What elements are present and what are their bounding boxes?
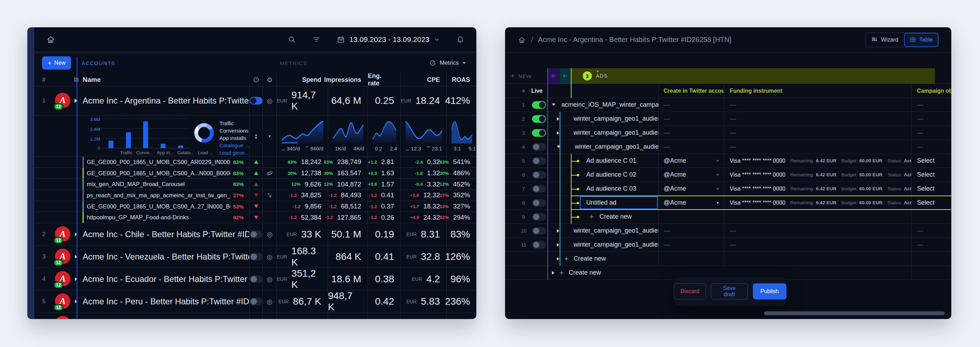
expand-button[interactable] <box>70 268 83 290</box>
campaign-row[interactable]: GE_GE000_P00_1865_U_MOB_CS00_A..27_IN000… <box>34 201 476 212</box>
objective-select[interactable]: Select <box>911 196 951 209</box>
live-toggle[interactable] <box>531 140 547 154</box>
home-icon[interactable] <box>518 36 526 44</box>
target-icon[interactable]: ◎ <box>262 86 277 115</box>
home-icon[interactable] <box>46 35 55 44</box>
live-toggle[interactable] <box>249 246 262 268</box>
account-row[interactable]: 5 A12 Acme Inc - Peru - Better Habits P:… <box>34 290 476 312</box>
account-name[interactable]: Acme Inc - Peru - Better Habits P:Twitte… <box>83 290 249 313</box>
campaign-row[interactable]: GE_GE000_P00_1865_U_MOB_CS00_AR0229_IN00… <box>34 156 476 168</box>
expand-button[interactable] <box>557 229 559 233</box>
expand-button[interactable] <box>70 86 83 115</box>
twitter-account-select[interactable]: @Acme▾ <box>659 196 724 209</box>
live-toggle[interactable] <box>531 126 547 139</box>
account-name[interactable]: Acme Inc - Venezuela - Better Habits P:T… <box>83 246 249 268</box>
campaign-row[interactable]: 1 acmeinc_iOS_MAP_winter_campaign — — — <box>505 98 951 112</box>
sort-control[interactable]: ▴▾ <box>249 116 262 156</box>
collapse-left-icon[interactable] <box>560 68 571 84</box>
target-icon[interactable]: ◎ <box>262 223 277 245</box>
campaign-name[interactable]: acmeinc_iOS_MAP_winter_campaign <box>562 101 659 108</box>
ad-row-selected[interactable]: 8 Untitled ad @Acme▾ Visa **** **** ****… <box>505 196 951 210</box>
funding-instrument-select[interactable]: Visa **** **** **** 0000 Remaining:6.42 … <box>724 154 911 168</box>
live-toggle[interactable] <box>531 182 547 195</box>
horizontal-scrollbar[interactable] <box>764 311 945 315</box>
create-new-adgroup-row[interactable]: +Create new <box>505 252 951 266</box>
gauge-icon[interactable] <box>249 73 262 87</box>
table-view-button[interactable]: Table <box>904 33 939 47</box>
ad-name[interactable]: Ad audience C 02 <box>586 171 636 178</box>
ad-name[interactable]: Ad audience C 01 <box>586 157 636 165</box>
filter-icon[interactable] <box>312 35 321 44</box>
adgroup-name[interactable]: winter_campaign_geo1_audience_C <box>575 143 659 151</box>
objective-select[interactable]: Select <box>911 154 951 168</box>
live-toggle[interactable] <box>249 223 262 245</box>
funding-instrument-select[interactable]: Visa **** **** **** 0000 Remaining:6.42 … <box>724 196 911 209</box>
account-row[interactable]: 4 A12 Acme Inc - Ecuador - Better Habits… <box>34 268 476 290</box>
col-impressions[interactable]: Impressions <box>328 73 368 87</box>
adgroup-row[interactable]: 4 winter_campaign_geo1_audience_C — — — <box>505 140 951 154</box>
col-spend[interactable]: Spend <box>277 73 328 87</box>
funding-instrument-select[interactable]: Visa **** **** **** 0000 Remaining:6.42 … <box>724 168 911 182</box>
live-toggle[interactable] <box>249 290 262 313</box>
campaign-row[interactable]: mix_gen_AND_MAP_Broad_Carousel83% 12%9,6… <box>34 178 476 190</box>
search-icon[interactable] <box>288 35 296 44</box>
live-toggle[interactable] <box>531 224 547 238</box>
campaign-name[interactable]: GE_GE000_P00_1865_U_MOB_CS00_A...N000_B0… <box>87 170 230 177</box>
campaign-row[interactable]: ps_reach_and_mix_ma_app_acmeinc_ar_inst_… <box>34 190 476 201</box>
live-toggle[interactable] <box>531 196 547 209</box>
new-button[interactable]: +New <box>42 56 71 70</box>
campaign-row[interactable]: GE_GE000_P00_1865_U_MOB_CS00_A...N000_B0… <box>34 168 476 179</box>
twitter-account-select[interactable]: @Acme▾ <box>659 182 724 195</box>
adgroup-name[interactable]: winter_campaign_geo1_audience_E <box>574 241 659 248</box>
live-toggle[interactable] <box>531 168 547 182</box>
save-draft-button[interactable]: Save draft <box>711 283 748 299</box>
target-icon[interactable]: ◎ <box>262 268 277 290</box>
campaign-name[interactable]: ps_reach_and_mix_ma_app_acmeinc_ar_inst_… <box>87 192 230 199</box>
adgroup-row[interactable]: 10 winter_campaign_geo1_audience_D — — — <box>505 224 951 238</box>
twitter-account-select[interactable]: @Acme▾ <box>659 154 724 168</box>
collapse-to-start-icon[interactable] <box>547 68 560 84</box>
gear-icon[interactable]: ⚙ <box>262 73 277 87</box>
target-icon[interactable]: ◎ <box>262 246 277 268</box>
publish-button[interactable]: Publish <box>753 283 786 299</box>
collapse-chevron[interactable]: ▾ <box>262 116 277 156</box>
campaign-name[interactable]: GE_GE000_P00_1865_U_MOB_CS00_A..27_IN000… <box>87 203 230 210</box>
new-button-disabled[interactable]: +NEW <box>505 68 547 84</box>
live-toggle[interactable] <box>531 238 547 252</box>
live-toggle[interactable] <box>249 268 262 290</box>
live-toggle[interactable] <box>531 98 547 112</box>
expand-button[interactable] <box>70 223 83 245</box>
col-eng-rate[interactable]: Eng. rate <box>368 73 400 87</box>
expand-button[interactable] <box>70 290 83 313</box>
live-toggle[interactable] <box>531 112 547 125</box>
adgroup-name[interactable]: winter_campaign_geo1_audience_A <box>574 115 659 122</box>
ad-row[interactable]: 7 Ad audience C 03 @Acme▾ Visa **** ****… <box>505 182 951 196</box>
col-roas[interactable]: ROAS <box>446 73 476 87</box>
breadcrumb[interactable]: Acme Inc - Argentina - Better Habits P:T… <box>538 36 731 44</box>
ad-row[interactable]: 6 Ad audience C 02 @Acme▾ Visa **** ****… <box>505 168 951 182</box>
live-toggle[interactable] <box>249 86 262 115</box>
adgroup-row[interactable]: 11 winter_campaign_geo1_audience_E — — — <box>505 238 951 252</box>
collapse-button[interactable] <box>552 103 555 106</box>
expand-button[interactable] <box>557 117 559 121</box>
campaign-row[interactable]: httpoolmpu_GP_MAP_Food-and-Drinks92% -1.… <box>34 212 476 223</box>
expand-button[interactable] <box>557 243 559 247</box>
tree-icon[interactable] <box>70 73 83 87</box>
diagonal-arrow-icon[interactable] <box>262 190 277 201</box>
campaign-name[interactable]: GE_GE000_P00_1865_U_MOB_CS00_AR0229_IN00… <box>87 159 230 165</box>
adgroup-row[interactable]: 3 winter_campaign_geo1_audience_B — — — <box>505 126 951 140</box>
ad-row[interactable]: 5 Ad audience C 01 @Acme▾ Visa **** ****… <box>505 154 951 168</box>
metrics-dropdown[interactable]: Metrics <box>429 59 466 67</box>
orbit-icon[interactable] <box>262 168 277 179</box>
campaign-name[interactable]: mix_gen_AND_MAP_Broad_Carousel <box>87 181 230 187</box>
twitter-account-select[interactable]: @Acme▾ <box>659 168 724 182</box>
col-cpe[interactable]: CPE <box>400 73 446 87</box>
expand-button[interactable] <box>557 131 559 135</box>
ad-name[interactable]: Ad audience C 03 <box>586 185 636 192</box>
account-name[interactable]: Acme Inc - Argentina - Better Habits P:T… <box>83 86 249 115</box>
adgroup-name[interactable]: winter_campaign_geo1_audience_B <box>574 129 659 136</box>
adgroup-name[interactable]: winter_campaign_geo1_audience_D <box>574 227 659 235</box>
col-twitter-account[interactable]: Create in Twitter account <box>659 84 724 98</box>
col-funding-instrument[interactable]: Funding instrument <box>724 84 911 98</box>
adgroup-row[interactable]: 2 winter_campaign_geo1_audience_A — — — <box>505 112 951 126</box>
